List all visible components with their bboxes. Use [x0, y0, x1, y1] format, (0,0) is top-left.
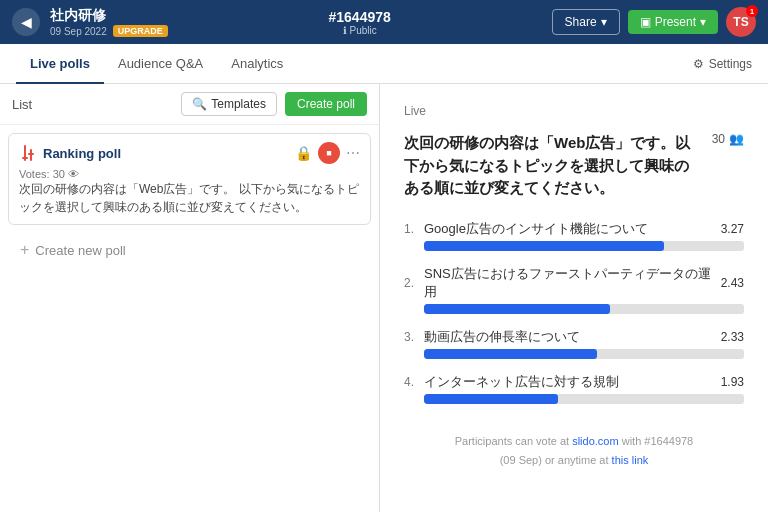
result-number: 4. [404, 375, 420, 389]
footer-line2: (09 Sep) or anytime at this link [404, 451, 744, 471]
gear-icon: ⚙ [693, 57, 704, 71]
poll-id: #1644978 [329, 9, 391, 25]
nav-id-group: #1644978 ℹ Public [329, 9, 391, 36]
search-icon: 🔍 [192, 97, 207, 111]
list-label: List [12, 97, 173, 112]
poll-question-text: 次回の研修の内容は「Web広告」です。 以下から気になるトピックを選択して興味の… [19, 180, 360, 216]
more-options-icon[interactable]: ⋯ [346, 145, 360, 161]
stop-poll-button[interactable] [318, 142, 340, 164]
result-bar-container [424, 349, 744, 359]
result-label: インターネット広告に対する規制 [424, 373, 712, 391]
templates-button[interactable]: 🔍 Templates [181, 92, 277, 116]
result-number: 1. [404, 222, 420, 236]
monitor-icon: ▣ [640, 15, 651, 29]
right-panel: Live 次回の研修の内容は「Web広告」です。以下から気になるトピックを選択し… [380, 84, 768, 512]
tab-live-polls[interactable]: Live polls [16, 44, 104, 84]
back-button[interactable]: ◀ [12, 8, 40, 36]
result-bar [424, 349, 597, 359]
poll-result-row: 3. 動画広告の伸長率について 2.33 [404, 328, 744, 346]
create-new-poll-button[interactable]: + Create new poll [8, 231, 371, 269]
result-bar-container [424, 394, 744, 404]
result-bar [424, 241, 664, 251]
result-label: 動画広告の伸長率について [424, 328, 712, 346]
present-label: Present [655, 15, 696, 29]
main-content: List 🔍 Templates Create poll [0, 84, 768, 512]
left-toolbar: List 🔍 Templates Create poll [0, 84, 379, 125]
poll-result-item: 4. インターネット広告に対する規制 1.93 [404, 373, 744, 404]
top-navigation: ◀ 社内研修 09 Sep 2022 UPGRADE #1644978 ℹ Pu… [0, 0, 768, 44]
poll-result-row: 1. Google広告のインサイト機能について 3.27 [404, 220, 744, 238]
create-poll-button[interactable]: Create poll [285, 92, 367, 116]
question-text: 次回の研修の内容は「Web広告」です。以下から気になるトピックを選択して興味のあ… [404, 132, 700, 200]
result-score: 3.27 [712, 222, 744, 236]
poll-result-row: 4. インターネット広告に対する規制 1.93 [404, 373, 744, 391]
plus-icon: + [20, 241, 29, 259]
result-bar-container [424, 241, 744, 251]
poll-title[interactable]: Ranking poll [43, 146, 289, 161]
footer-text: Participants can vote at slido.com with … [404, 432, 744, 472]
result-score: 2.43 [712, 276, 744, 290]
nav-date: 09 Sep 2022 [50, 26, 107, 37]
result-label: SNS広告におけるファーストパーティデータの運用 [424, 265, 712, 301]
voter-count: 30 👥 [712, 132, 744, 146]
share-label: Share [565, 15, 597, 29]
poll-result-row: 2. SNS広告におけるファーストパーティデータの運用 2.43 [404, 265, 744, 301]
nav-title-group: 社内研修 09 Sep 2022 UPGRADE [50, 7, 168, 37]
poll-result-item: 1. Google広告のインサイト機能について 3.27 [404, 220, 744, 251]
poll-item-header: Ranking poll 🔒 ⋯ [19, 142, 360, 164]
poll-result-item: 2. SNS広告におけるファーストパーティデータの運用 2.43 [404, 265, 744, 314]
avatar[interactable]: TS 1 [726, 7, 756, 37]
poll-actions: 🔒 ⋯ [295, 142, 360, 164]
result-number: 2. [404, 276, 420, 290]
nav-subtitle: 09 Sep 2022 UPGRADE [50, 25, 168, 37]
this-link[interactable]: this link [612, 454, 649, 466]
people-icon: 👥 [729, 132, 744, 146]
back-icon: ◀ [21, 14, 32, 30]
avatar-notification-badge: 1 [746, 5, 758, 17]
settings-button[interactable]: ⚙ Settings [693, 57, 752, 71]
lock-icon: 🔒 [295, 145, 312, 161]
slido-link[interactable]: slido.com [572, 435, 618, 447]
result-bar [424, 394, 558, 404]
result-number: 3. [404, 330, 420, 344]
nav-title: 社内研修 [50, 7, 168, 25]
tab-analytics[interactable]: Analytics [217, 44, 297, 84]
poll-item: Ranking poll 🔒 ⋯ Votes: 30 👁 次回の研修の内容は「W… [8, 133, 371, 225]
eye-icon: 👁 [68, 168, 79, 180]
result-label: Google広告のインサイト機能について [424, 220, 712, 238]
upgrade-badge[interactable]: UPGRADE [113, 25, 168, 37]
result-score: 2.33 [712, 330, 744, 344]
tabs-bar: Live polls Audience Q&A Analytics ⚙ Sett… [0, 44, 768, 84]
footer-line1: Participants can vote at slido.com with … [404, 432, 744, 452]
results-container: 1. Google広告のインサイト機能について 3.27 2. SNS広告におけ… [404, 220, 744, 404]
ranking-icon [19, 144, 37, 162]
question-header: 次回の研修の内容は「Web広告」です。以下から気になるトピックを選択して興味のあ… [404, 132, 744, 200]
present-chevron-icon: ▾ [700, 15, 706, 29]
present-button[interactable]: ▣ Present ▾ [628, 10, 718, 34]
result-score: 1.93 [712, 375, 744, 389]
poll-list: Ranking poll 🔒 ⋯ Votes: 30 👁 次回の研修の内容は「W… [0, 125, 379, 512]
share-button[interactable]: Share ▾ [552, 9, 620, 35]
result-bar-container [424, 304, 744, 314]
poll-meta: Votes: 30 👁 [19, 168, 360, 180]
nav-actions: Share ▾ ▣ Present ▾ TS 1 [552, 7, 756, 37]
public-status: ℹ Public [343, 25, 377, 36]
result-bar [424, 304, 610, 314]
info-icon: ℹ [343, 25, 347, 36]
live-section-label: Live [404, 104, 744, 118]
left-panel: List 🔍 Templates Create poll [0, 84, 380, 512]
chevron-down-icon: ▾ [601, 15, 607, 29]
poll-result-item: 3. 動画広告の伸長率について 2.33 [404, 328, 744, 359]
tab-audience-qa[interactable]: Audience Q&A [104, 44, 217, 84]
